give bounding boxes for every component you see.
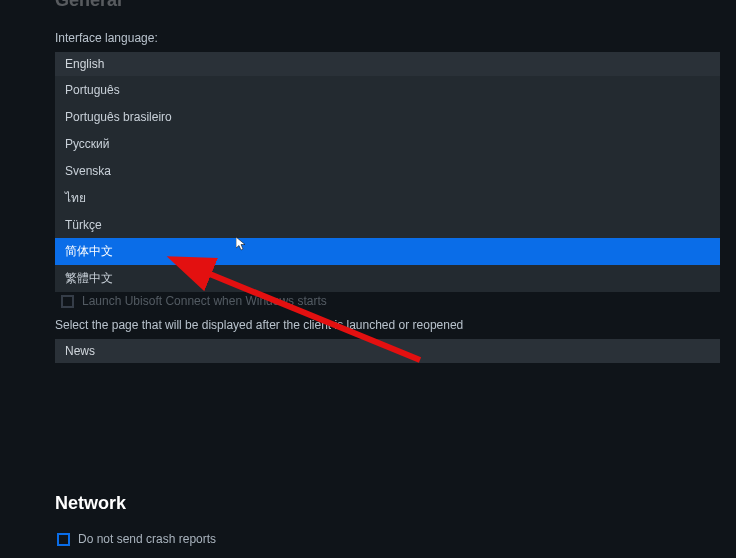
network-section-heading: Network xyxy=(55,493,736,514)
language-option[interactable]: Русский xyxy=(55,130,720,157)
interface-language-dropdown: Português Português brasileiro Русский S… xyxy=(55,76,720,292)
launch-on-startup-label: Launch Ubisoft Connect when Windows star… xyxy=(82,294,327,308)
launch-on-startup-row[interactable]: Launch Ubisoft Connect when Windows star… xyxy=(61,294,720,308)
interface-language-select[interactable]: English xyxy=(55,52,720,76)
startup-page-label: Select the page that will be displayed a… xyxy=(55,318,720,332)
crash-reports-label: Do not send crash reports xyxy=(78,532,216,546)
language-option[interactable]: ไทย xyxy=(55,184,720,211)
language-option[interactable]: 繁體中文 xyxy=(55,265,720,292)
interface-language-label: Interface language: xyxy=(55,31,736,45)
startup-page-selected: News xyxy=(65,344,95,358)
general-section-heading-cut: General xyxy=(55,0,736,11)
interface-language-selected: English xyxy=(65,57,104,71)
language-option[interactable]: Português brasileiro xyxy=(55,103,720,130)
startup-page-select[interactable]: News xyxy=(55,339,720,363)
language-option[interactable]: Svenska xyxy=(55,157,720,184)
language-option-highlighted[interactable]: 简体中文 xyxy=(55,238,720,265)
crash-reports-row[interactable]: Do not send crash reports xyxy=(57,532,736,546)
checkbox-icon xyxy=(61,295,74,308)
language-option[interactable]: Türkçe xyxy=(55,211,720,238)
language-option[interactable]: Português xyxy=(55,76,720,103)
checkbox-icon xyxy=(57,533,70,546)
